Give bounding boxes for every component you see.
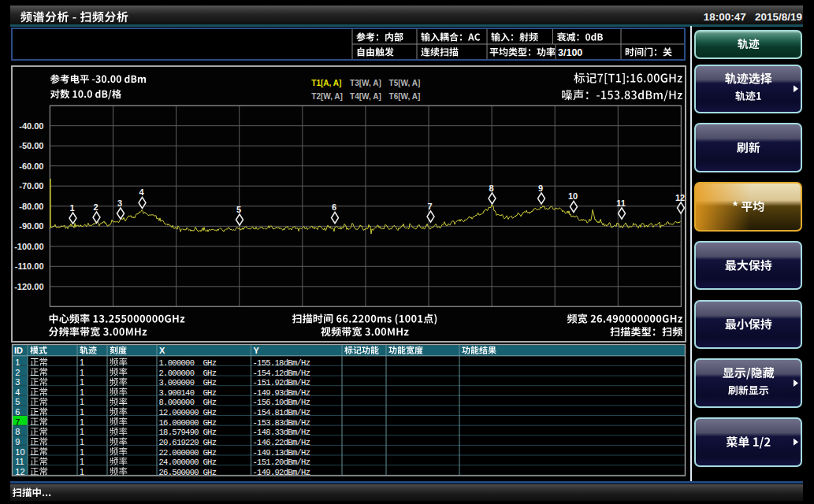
svg-text:-146.22dBm/Hz: -146.22dBm/Hz [253,438,310,447]
svg-text:10: 10 [568,191,578,201]
svg-text:1.000000 GHz: 1.000000 GHz [159,358,217,368]
svg-text:4: 4 [139,187,144,197]
svg-text:T4[W, A]: T4[W, A] [350,92,381,101]
svg-text:3: 3 [117,198,122,208]
svg-text:1: 1 [80,358,84,367]
svg-text:26.500000 GHz: 26.500000 GHz [159,468,217,477]
svg-text:Y: Y [254,346,260,355]
svg-text:6: 6 [15,407,20,417]
svg-text:1: 1 [80,417,84,427]
svg-text:-149.93dBm/Hz: -149.93dBm/Hz [253,388,310,398]
svg-text:5: 5 [15,397,20,406]
svg-text:11: 11 [616,198,626,208]
svg-text:-149.92dBm/Hz: -149.92dBm/Hz [253,468,310,477]
svg-text:-50.00: -50.00 [19,141,43,150]
svg-text:18:00:47 2015/8/19: 18:00:47 2015/8/19 [704,11,802,23]
svg-text:1: 1 [80,407,84,417]
svg-text:ID: ID [14,346,23,355]
svg-text:T1[A, A]: T1[A, A] [311,79,341,87]
svg-text:12: 12 [15,467,24,476]
svg-text:20.619220 GHz: 20.619220 GHz [159,438,217,447]
svg-text:2: 2 [93,202,98,212]
svg-text:-70.00: -70.00 [19,181,43,191]
svg-text:22.000000 GHz: 22.000000 GHz [159,448,217,458]
svg-text:7: 7 [15,417,20,427]
svg-text:24.000000 GHz: 24.000000 GHz [159,458,217,467]
svg-text:11: 11 [15,457,24,466]
svg-text:1: 1 [80,427,84,436]
svg-text:1: 1 [80,368,84,377]
svg-text:1: 1 [80,467,84,476]
svg-text:-151.92dBm/Hz: -151.92dBm/Hz [253,378,310,387]
svg-text:T3[W, A]: T3[W, A] [350,79,381,87]
svg-text:18.579490 GHz: 18.579490 GHz [159,428,217,437]
svg-text:-151.20dBm/Hz: -151.20dBm/Hz [253,458,310,467]
svg-text:-156.10dBm/Hz: -156.10dBm/Hz [253,398,310,407]
svg-text:T2[W, A]: T2[W, A] [311,92,343,101]
svg-text:1: 1 [80,397,84,406]
svg-text:-154.81dBm/Hz: -154.81dBm/Hz [253,408,310,417]
svg-text:-90.00: -90.00 [19,221,43,231]
svg-text:9: 9 [15,437,20,447]
svg-text:1: 1 [80,387,84,397]
svg-text:6: 6 [332,202,336,212]
svg-text:T5[W, A]: T5[W, A] [389,79,421,87]
svg-text:1: 1 [80,437,84,447]
svg-text:-154.12dBm/Hz: -154.12dBm/Hz [253,369,310,378]
svg-text:1: 1 [80,447,84,457]
svg-text:1: 1 [69,203,74,213]
svg-text:-110.00: -110.00 [15,261,44,271]
svg-text:12.000000 GHz: 12.000000 GHz [159,408,217,417]
svg-text:3.900140 GHz: 3.900140 GHz [159,388,217,398]
svg-text:16.000000 GHz: 16.000000 GHz [159,418,217,428]
svg-text:X: X [159,346,165,355]
svg-text:-120.00: -120.00 [14,282,43,291]
svg-text:7: 7 [427,202,432,211]
svg-text:8.000000 GHz: 8.000000 GHz [159,398,217,407]
svg-text:2.000000 GHz: 2.000000 GHz [159,369,217,378]
svg-text:2: 2 [15,368,20,377]
svg-text:8: 8 [15,427,20,436]
svg-text:12: 12 [675,193,685,202]
svg-text:-148.33dBm/Hz: -148.33dBm/Hz [253,428,310,437]
svg-text:3.000000 GHz: 3.000000 GHz [159,378,217,387]
svg-text:3/100: 3/100 [558,47,582,58]
svg-text:-80.00: -80.00 [19,202,43,211]
svg-text:10: 10 [15,447,24,457]
svg-text:-153.83dBm/Hz: -153.83dBm/Hz [253,418,310,428]
svg-text:-40.00: -40.00 [19,121,43,131]
svg-text:9: 9 [538,183,543,193]
svg-text:T6[W, A]: T6[W, A] [389,92,421,101]
svg-text:-100.00: -100.00 [14,242,43,251]
svg-text:1: 1 [80,377,84,387]
svg-text:3: 3 [15,377,20,387]
svg-text:1: 1 [15,358,20,367]
svg-text:-60.00: -60.00 [19,161,43,171]
svg-text:1: 1 [80,457,84,466]
svg-text:5: 5 [236,205,241,214]
svg-text:4: 4 [15,387,20,397]
svg-text:-149.13dBm/Hz: -149.13dBm/Hz [253,448,310,458]
svg-text:-155.18dBm/Hz: -155.18dBm/Hz [253,358,310,368]
svg-text:8: 8 [489,183,493,193]
